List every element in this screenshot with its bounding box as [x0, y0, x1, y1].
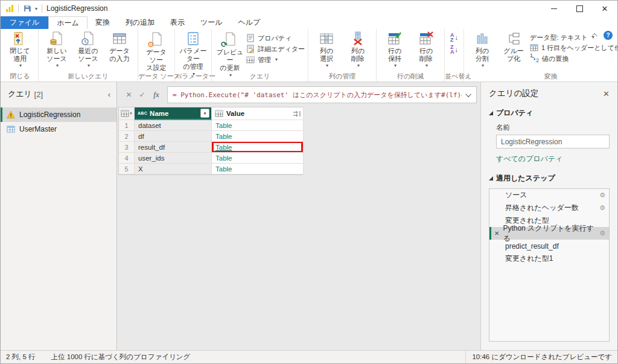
remove-columns-button[interactable]: 列の 削除▾ [343, 31, 373, 69]
new-source-button[interactable]: 新しい ソース▾ [42, 31, 72, 69]
query-name-input[interactable]: LogisticRegression [496, 135, 610, 148]
formula-text: = Python.Execute("# 'dataset' はこのスクリプトの入… [173, 91, 462, 100]
choose-columns-button[interactable]: 列の 選択▾ [311, 31, 342, 69]
value-cell[interactable]: Table [212, 131, 304, 142]
name-cell[interactable]: X [135, 164, 212, 174]
keep-rows-button[interactable]: 行の 保持▾ [380, 31, 410, 69]
gear-icon[interactable]: ⚙ [599, 204, 605, 212]
filter-dropdown-button[interactable]: ▾ [200, 109, 209, 118]
formula-expand-icon[interactable] [465, 91, 471, 97]
quick-access-caret-icon[interactable]: ▾ [35, 6, 37, 11]
collapse-triangle-icon [489, 176, 493, 180]
ribbon-group-close: 閉じて 適用▾ 閉じる [2, 29, 38, 81]
advanced-editor-icon [246, 45, 255, 53]
value-cell[interactable]: Table [212, 164, 304, 174]
step-source[interactable]: ソース ⚙ [489, 189, 609, 202]
save-icon[interactable] [23, 4, 31, 13]
tab-home[interactable]: ホーム [48, 16, 88, 29]
sort-ascending-button[interactable]: AZ ↓ [450, 33, 458, 42]
table-row[interactable]: 2 df Table [119, 131, 302, 142]
gear-icon[interactable]: ⚙ [599, 191, 605, 199]
first-row-header-icon [530, 43, 538, 52]
gear-icon[interactable]: ⚙ [599, 229, 605, 237]
table-link[interactable]: Table [215, 165, 232, 173]
all-properties-link[interactable]: すべてのプロパティ [496, 154, 610, 164]
close-window-button[interactable]: ✕ [592, 1, 617, 16]
ribbon-group-reduce-rows: 行の 保持▾ 行の 削除▾ 行の削減 [376, 29, 444, 81]
table-row[interactable]: 1 dataset Table [119, 120, 302, 131]
collapse-triangle-icon [489, 111, 493, 115]
close-panel-icon[interactable]: ✕ [603, 89, 610, 98]
table-link[interactable]: Table [215, 155, 232, 162]
queries-panel: クエリ [2] ‹ LogisticRegression UserMaster [1, 82, 117, 350]
query-name: LogisticRegression [19, 110, 80, 119]
column-header-value[interactable]: Value [212, 107, 304, 120]
value-cell[interactable]: Table [212, 120, 304, 131]
enter-data-button[interactable]: データ の入力 [104, 31, 135, 63]
query-name: UserMaster [19, 125, 57, 133]
step-changed-type1[interactable]: 変更された型1 [489, 252, 609, 265]
tab-view[interactable]: 表示 [162, 16, 193, 29]
formula-input[interactable]: = Python.Execute("# 'dataset' はこのスクリプトの入… [167, 86, 477, 103]
step-promoted-headers[interactable]: 昇格されたヘッダー数 ⚙ [489, 202, 609, 214]
sort-descending-button[interactable]: ZA ↓ [450, 45, 458, 54]
name-cell[interactable]: user_ids [135, 153, 212, 164]
manage-parameters-button[interactable]: パラメーター の管理▾ [178, 31, 208, 77]
enter-data-icon [112, 31, 127, 46]
value-cell[interactable]: Table [212, 153, 304, 164]
query-item-usermaster[interactable]: UserMaster [1, 122, 116, 136]
dropdown-caret-icon: ▾ [394, 63, 397, 69]
table-link[interactable]: Table [215, 144, 232, 151]
manage-query-button[interactable]: 管理▾ [246, 56, 305, 64]
step-run-python-script[interactable]: ✕ Python スクリプトを実行する ⚙ [489, 227, 609, 240]
recent-sources-button[interactable]: 最近の ソース▾ [73, 31, 103, 69]
table-row[interactable]: 5 X Table [119, 164, 302, 174]
properties-section-header[interactable]: プロパティ [489, 108, 610, 118]
tab-transform[interactable]: 変換 [88, 16, 118, 29]
fx-icon: fx [150, 90, 163, 100]
arrow-down-icon: ↓ [455, 47, 459, 53]
settings-panel-title: クエリの設定 [489, 88, 538, 99]
profiling-status[interactable]: 上位 1000 行に基づく列のプロファイリング [51, 353, 191, 362]
collapse-panel-icon[interactable]: ‹ [108, 90, 110, 99]
value-cell-highlighted[interactable]: Table [212, 142, 304, 153]
name-cell[interactable]: dataset [135, 120, 212, 131]
maximize-button[interactable] [567, 1, 592, 16]
formula-commit-button[interactable]: ✓ [136, 91, 148, 99]
table-link[interactable]: Table [215, 122, 232, 129]
tab-help[interactable]: ヘルプ [231, 16, 269, 29]
name-cell[interactable]: df [135, 131, 212, 142]
split-column-button[interactable]: 列の 分割▾ [467, 31, 497, 69]
powerbi-logo-icon [5, 4, 14, 13]
tab-file[interactable]: ファイル [1, 16, 48, 29]
data-source-settings-button[interactable]: ⚙ データ ソー ス設定 [141, 31, 171, 72]
properties-icon [246, 34, 255, 42]
properties-button[interactable]: プロパティ [246, 34, 305, 42]
remove-rows-button[interactable]: 行の 削除▾ [411, 31, 441, 69]
delete-step-icon[interactable]: ✕ [494, 230, 499, 237]
ribbon-group-parameters: パラメーター の管理▾ パラメーター [174, 29, 211, 81]
replace-values-button[interactable]: 1 2 値の置換 [530, 54, 617, 63]
window-controls: ✕ [541, 1, 617, 16]
data-type-button[interactable]: データ型: テキスト▾ [530, 34, 617, 41]
refresh-preview-button[interactable]: ⟳ プレビュー の更新▾ [215, 31, 245, 78]
minimize-button[interactable] [541, 1, 567, 16]
tab-add-column[interactable]: 列の追加 [118, 16, 162, 29]
formula-cancel-button[interactable]: ✕ [123, 91, 135, 99]
tab-tools[interactable]: ツール [193, 16, 231, 29]
expand-column-icon[interactable] [293, 110, 301, 117]
table-row[interactable]: 3 result_df Table [119, 142, 302, 153]
refresh-icon: ⟳ [221, 40, 228, 48]
query-item-logisticregression[interactable]: LogisticRegression [1, 107, 116, 122]
close-and-apply-button[interactable]: 閉じて 適用▾ [5, 31, 35, 69]
name-cell[interactable]: result_df [135, 142, 212, 153]
use-first-row-button[interactable]: 1 行目をヘッダーとして使用▾ [530, 43, 617, 52]
table-row[interactable]: 4 user_ids Table [119, 153, 302, 164]
step-predict-result-df[interactable]: predict_result_df [489, 240, 609, 252]
column-header-name[interactable]: ABC Name ▾ [135, 107, 212, 120]
table-link[interactable]: Table [215, 133, 232, 140]
applied-steps-section-header[interactable]: 適用したステップ [489, 173, 610, 184]
advanced-editor-button[interactable]: 詳細エディター [246, 45, 305, 53]
group-by-button[interactable]: グルー プ化 [499, 31, 529, 63]
table-corner-cell[interactable]: ▾ [119, 107, 135, 120]
